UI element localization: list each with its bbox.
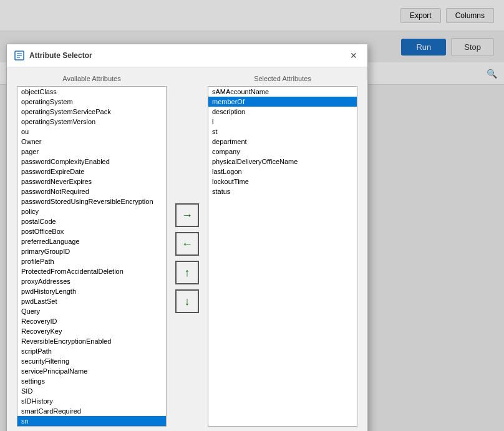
list-item[interactable]: l (208, 117, 357, 127)
list-item[interactable]: passwordStoredUsingReversibleEncryption (17, 196, 166, 206)
move-right-button[interactable]: → (175, 203, 199, 227)
list-item[interactable]: pwdLastSet (17, 296, 166, 306)
list-item[interactable]: postalCode (17, 216, 166, 226)
move-up-button[interactable]: ↑ (175, 261, 199, 284)
selected-attributes-label: Selected Attributes (208, 75, 357, 82)
available-attributes-panel: Available Attributes objectClassoperatin… (17, 75, 167, 427)
move-left-icon: ← (182, 238, 193, 251)
list-item[interactable]: SID (17, 386, 166, 396)
list-item[interactable]: department (208, 137, 357, 147)
list-item[interactable]: passwordComplexityEnabled (17, 157, 166, 167)
list-item[interactable]: preferredLanguage (17, 236, 166, 246)
list-item[interactable]: Query (17, 306, 166, 316)
list-item[interactable]: objectClass (17, 87, 166, 97)
list-item[interactable]: policy (17, 206, 166, 216)
list-item[interactable]: operatingSystemVersion (17, 117, 166, 127)
list-item[interactable]: pwdHistoryLength (17, 286, 166, 296)
list-item[interactable]: physicalDeliveryOfficeName (208, 157, 357, 167)
list-item[interactable]: company (208, 147, 357, 157)
modal-overlay: Attribute Selector ✕ Available Attribute… (0, 0, 504, 431)
available-attributes-list[interactable]: objectClassoperatingSystemoperatingSyste… (17, 86, 167, 427)
list-item[interactable]: operatingSystem (17, 97, 166, 107)
list-item[interactable]: securityFiltering (17, 356, 166, 366)
list-item[interactable]: primaryGroupID (17, 246, 166, 256)
list-item[interactable]: servicePrincipalName (17, 366, 166, 376)
list-item[interactable]: proxyAddresses (17, 276, 166, 286)
dialog-title-left: Attribute Selector (14, 51, 92, 61)
list-item[interactable]: status (208, 186, 357, 196)
move-down-button[interactable]: ↓ (175, 289, 199, 313)
dialog-title-text: Attribute Selector (29, 51, 92, 60)
available-attributes-label: Available Attributes (17, 75, 167, 82)
list-item[interactable]: pager (17, 147, 166, 157)
list-item[interactable]: description (208, 107, 357, 117)
list-item[interactable]: lastLogon (208, 167, 357, 177)
list-item[interactable]: settings (17, 376, 166, 386)
list-item[interactable]: memberOf (208, 97, 357, 107)
list-item[interactable]: passwordExpireDate (17, 167, 166, 177)
dialog-close-button[interactable]: ✕ (347, 49, 360, 62)
move-up-icon: ↑ (185, 266, 190, 279)
list-item[interactable]: operatingSystemServicePack (17, 107, 166, 117)
list-item[interactable]: sAMAccountName (208, 87, 357, 97)
list-item[interactable]: RecoveryID (17, 316, 166, 326)
dialog-body: Available Attributes objectClassoperatin… (7, 67, 367, 431)
selected-attributes-panel: Selected Attributes sAMAccountNamemember… (208, 75, 357, 427)
move-left-button[interactable]: ← (175, 232, 199, 256)
lists-row: Available Attributes objectClassoperatin… (17, 75, 357, 427)
list-item[interactable]: sn (17, 416, 166, 426)
list-item[interactable]: RecoveryKey (17, 326, 166, 336)
list-item[interactable]: Owner (17, 137, 166, 147)
list-item[interactable]: smartCardRequired (17, 406, 166, 416)
list-item[interactable]: lockoutTime (208, 177, 357, 186)
list-item[interactable]: passwordNotRequired (17, 186, 166, 196)
list-item[interactable]: ProtectedFromAccidentalDeletion (17, 266, 166, 276)
list-item[interactable]: postOfficeBox (17, 226, 166, 236)
list-item[interactable]: sIDHistory (17, 396, 166, 406)
dialog-title-icon (14, 51, 24, 61)
list-item[interactable]: ReversibleEncryptionEnabled (17, 336, 166, 346)
selected-attributes-list[interactable]: sAMAccountNamememberOfdescriptionlstdepa… (208, 86, 357, 427)
list-item[interactable]: ou (17, 127, 166, 137)
list-item[interactable]: scriptPath (17, 346, 166, 356)
attribute-selector-dialog: Attribute Selector ✕ Available Attribute… (6, 44, 368, 431)
list-item[interactable]: st (208, 127, 357, 137)
transfer-buttons: → ← ↑ ↓ (172, 90, 203, 427)
move-right-icon: → (182, 209, 193, 222)
list-item[interactable]: profilePath (17, 256, 166, 266)
list-item[interactable]: passwordNeverExpires (17, 177, 166, 186)
move-down-icon: ↓ (185, 295, 190, 308)
dialog-titlebar: Attribute Selector ✕ (7, 44, 367, 67)
